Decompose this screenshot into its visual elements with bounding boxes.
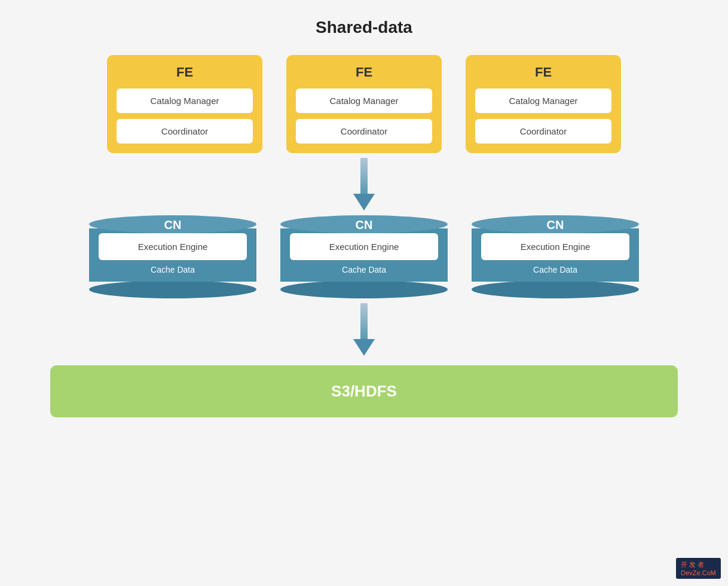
arrow-shaft-2 xyxy=(360,303,368,339)
cn-node-3: CN Execution Engine Cache Data xyxy=(472,215,639,298)
cn-node-2: CN Execution Engine Cache Data xyxy=(280,215,448,298)
execution-engine-1: Execution Engine xyxy=(99,233,247,260)
fe-label-2: FE xyxy=(356,65,372,80)
catalog-manager-2: Catalog Manager xyxy=(296,88,432,113)
coordinator-1: Coordinator xyxy=(117,119,253,144)
cache-data-2: Cache Data xyxy=(342,265,386,277)
s3-hdfs-label: S3/HDFS xyxy=(331,382,397,400)
arrow-cn-to-s3 xyxy=(353,303,375,356)
watermark-prefix: 开 发 者 xyxy=(681,561,704,568)
arrow-head-2 xyxy=(353,339,375,356)
arrow-fe-to-cn xyxy=(353,158,375,210)
cn-node-1: CN Execution Engine Cache Data xyxy=(89,215,256,298)
fe-node-2: FE Catalog Manager Coordinator xyxy=(286,55,442,153)
s3-hdfs-box: S3/HDFS xyxy=(50,365,678,417)
cn-top-ellipse-3: CN xyxy=(472,215,639,233)
cn-body-2: Execution Engine Cache Data xyxy=(280,228,448,282)
coordinator-3: Coordinator xyxy=(475,119,611,144)
cn-label-2: CN xyxy=(356,218,373,232)
fe-node-1: FE Catalog Manager Coordinator xyxy=(107,55,262,153)
cache-data-3: Cache Data xyxy=(533,265,577,277)
cn-body-1: Execution Engine Cache Data xyxy=(89,228,256,282)
cn-label-3: CN xyxy=(547,218,564,232)
execution-engine-3: Execution Engine xyxy=(481,233,629,260)
fe-node-3: FE Catalog Manager Coordinator xyxy=(466,55,621,153)
cn-label-1: CN xyxy=(164,218,182,232)
catalog-manager-1: Catalog Manager xyxy=(117,88,253,113)
cn-bottom-ellipse-1 xyxy=(89,280,256,298)
cn-body-3: Execution Engine Cache Data xyxy=(472,228,639,282)
cn-bottom-ellipse-3 xyxy=(472,280,639,298)
cn-row: CN Execution Engine Cache Data CN Execut… xyxy=(89,215,639,298)
watermark: 开 发 者 DevZe.CoM xyxy=(676,558,721,579)
cache-data-1: Cache Data xyxy=(151,265,195,277)
cn-bottom-ellipse-2 xyxy=(280,280,448,298)
fe-label-3: FE xyxy=(535,65,552,80)
arrow-head-1 xyxy=(353,194,375,210)
fe-label-1: FE xyxy=(176,65,193,80)
coordinator-2: Coordinator xyxy=(296,119,432,144)
cn-top-ellipse-1: CN xyxy=(89,215,256,233)
catalog-manager-3: Catalog Manager xyxy=(475,88,611,113)
fe-row: FE Catalog Manager Coordinator FE Catalo… xyxy=(107,55,621,153)
watermark-suffix: DevZe.CoM xyxy=(681,569,716,576)
arrow-shaft-1 xyxy=(360,158,368,194)
cn-top-ellipse-2: CN xyxy=(280,215,448,233)
execution-engine-2: Execution Engine xyxy=(290,233,438,260)
diagram-container: Shared-data FE Catalog Manager Coordinat… xyxy=(0,0,728,586)
page-title: Shared-data xyxy=(316,18,412,37)
